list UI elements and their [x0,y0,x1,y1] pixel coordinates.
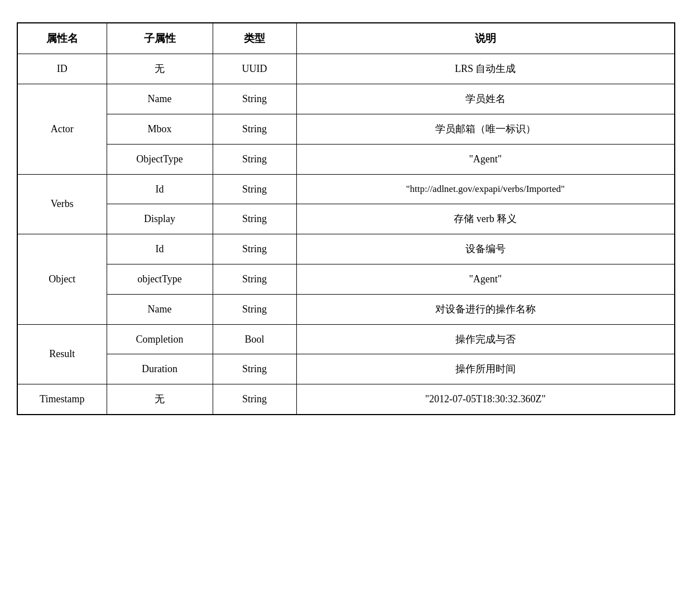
cell-type: String [213,204,296,234]
cell-type: String [213,294,296,324]
cell-type: String [213,234,296,264]
cell-type: UUID [213,54,296,84]
header-type: 类型 [213,23,296,54]
cell-sub: Id [107,234,213,264]
cell-desc: "Agent" [296,264,675,294]
cell-desc: 学员姓名 [296,84,675,114]
table-row: Name String 对设备进行的操作名称 [17,294,675,324]
cell-attr: Result [17,324,107,384]
cell-attr: Object [17,234,107,324]
cell-desc: "2012-07-05T18:30:32.360Z" [296,384,675,415]
cell-sub: objectType [107,264,213,294]
cell-type: Bool [213,324,296,354]
cell-type: String [213,354,296,384]
cell-sub: Name [107,294,213,324]
header-desc: 说明 [296,23,675,54]
table-row: Actor Name String 学员姓名 [17,84,675,114]
cell-desc: 对设备进行的操作名称 [296,294,675,324]
header-row: 属性名 子属性 类型 说明 [17,23,675,54]
cell-desc: LRS 自动生成 [296,54,675,84]
cell-sub: 无 [107,384,213,415]
table-row: objectType String "Agent" [17,264,675,294]
cell-attr: Timestamp [17,384,107,415]
cell-desc: 学员邮箱（唯一标识） [296,114,675,144]
cell-attr: Verbs [17,174,107,234]
table-row: Timestamp 无 String "2012-07-05T18:30:32.… [17,384,675,415]
table-row: Duration String 操作所用时间 [17,354,675,384]
cell-sub: Display [107,204,213,234]
cell-type: String [213,114,296,144]
cell-type: String [213,384,296,415]
cell-type: String [213,264,296,294]
table-row: Object Id String 设备编号 [17,234,675,264]
cell-attr: Actor [17,84,107,174]
cell-attr: ID [17,54,107,84]
cell-sub: Duration [107,354,213,384]
cell-desc: 设备编号 [296,234,675,264]
cell-desc: 存储 verb 释义 [296,204,675,234]
cell-sub: Completion [107,324,213,354]
cell-desc: 操作所用时间 [296,354,675,384]
table-wrapper: 属性名 子属性 类型 说明 ID 无 UUID LRS 自动生成 Actor N… [17,22,675,415]
table-row: ObjectType String "Agent" [17,144,675,174]
table-row: Result Completion Bool 操作完成与否 [17,324,675,354]
data-table: 属性名 子属性 类型 说明 ID 无 UUID LRS 自动生成 Actor N… [17,22,675,415]
cell-sub: Mbox [107,114,213,144]
cell-sub: ObjectType [107,144,213,174]
table-row: Mbox String 学员邮箱（唯一标识） [17,114,675,144]
cell-desc: "http://adlnet.gov/expapi/verbs/Imported… [296,174,675,204]
cell-sub: Id [107,174,213,204]
cell-type: String [213,174,296,204]
cell-desc: 操作完成与否 [296,324,675,354]
cell-type: String [213,144,296,174]
header-sub: 子属性 [107,23,213,54]
header-attr: 属性名 [17,23,107,54]
cell-sub: 无 [107,54,213,84]
table-row: Display String 存储 verb 释义 [17,204,675,234]
cell-type: String [213,84,296,114]
cell-sub: Name [107,84,213,114]
table-row: Verbs Id String "http://adlnet.gov/expap… [17,174,675,204]
cell-desc: "Agent" [296,144,675,174]
table-row: ID 无 UUID LRS 自动生成 [17,54,675,84]
